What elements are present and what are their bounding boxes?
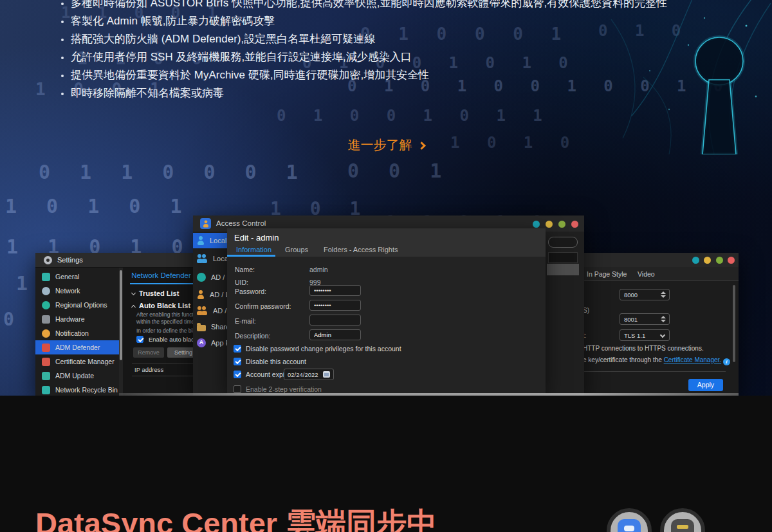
black-list-description-2: In order to define the bla — [136, 327, 196, 335]
spinner-arrows-icon[interactable] — [661, 316, 666, 322]
security-feature-list: 多種即時備份如 ASUSTOR Btrfs 快照中心功能,提供高效率快照,並能即… — [59, 0, 722, 102]
hero-security-section: 1 1 0 0 10 1 0 0 0 10 1 01 1 0 00 1 0 0 … — [0, 0, 772, 396]
window-dot-yellow[interactable] — [546, 221, 553, 228]
settings-window: Settings General Network Regional Option… — [35, 253, 199, 396]
section-label: Auto Black List — [139, 302, 190, 309]
https-port-spinner[interactable]: 8001 — [620, 313, 670, 325]
window-dot-green[interactable] — [558, 221, 565, 228]
sidebar-item-certificate-manager[interactable]: Certificate Manager — [35, 354, 119, 369]
uid-label: UID: — [235, 279, 248, 286]
page: 1 1 0 0 10 1 0 0 0 10 1 01 1 0 00 1 0 0 … — [0, 0, 772, 532]
confirm-password-field[interactable] — [309, 300, 361, 311]
remove-button[interactable]: Remove — [133, 347, 164, 358]
certificate-manager-icon — [42, 358, 50, 366]
sidebar-item-label: Regional Options — [55, 301, 107, 309]
sidebar-item-adm-defender[interactable]: ADM Defender — [35, 340, 119, 354]
calendar-icon[interactable] — [323, 371, 330, 378]
tab-video[interactable]: Video — [638, 270, 655, 278]
password-field[interactable] — [309, 285, 361, 296]
http-port-value: 8000 — [624, 291, 638, 298]
apply-button[interactable]: Apply — [688, 379, 723, 391]
name-value: admin — [309, 266, 328, 273]
feature-bullet: 搭配強大的防火牆 (ADM Defender),設定黑白名單杜絕可疑連線 — [71, 30, 722, 48]
gear-icon — [44, 256, 52, 264]
trusted-list-section[interactable]: Trusted List — [132, 289, 179, 297]
disable-account-row: Disable this account — [234, 358, 306, 365]
ad-user-icon — [197, 290, 205, 299]
tab-folders-access-rights[interactable]: Folders - Access Rights — [324, 246, 398, 253]
domain-icon — [197, 273, 206, 282]
sidebar-item-label: ADM Defender — [55, 344, 100, 351]
ip-address-column-header: IP address — [132, 363, 199, 376]
edit-dialog-header: Edit - admin Information Groups Folders … — [227, 228, 546, 257]
email-field[interactable] — [309, 315, 361, 326]
settings-titlebar: Settings — [35, 253, 199, 268]
info-icon[interactable]: i — [723, 358, 730, 365]
spinner-arrows-icon[interactable] — [661, 291, 666, 298]
sidebar-item-network-recycle-bin[interactable]: Network Recycle Bin — [35, 383, 119, 396]
sidebar-item-label: Network — [55, 287, 80, 295]
https-port-value: 8001 — [624, 316, 638, 323]
sidebar-item-label: Certificate Manager — [55, 358, 115, 365]
tab-information[interactable]: Information — [236, 246, 271, 253]
sidebar-item-general[interactable]: General — [35, 270, 119, 284]
chevron-right-icon — [418, 142, 426, 150]
sidebar-item-hardware[interactable]: Hardware — [35, 312, 119, 326]
tls-version-dropdown[interactable]: TLS 1.1 — [620, 329, 670, 341]
disable-account-checkbox[interactable] — [234, 358, 241, 365]
window-dot-teal[interactable] — [533, 221, 540, 228]
chevron-down-icon — [660, 333, 665, 338]
network-defender-tab[interactable]: Network Defender — [123, 271, 199, 279]
list-panel — [548, 252, 578, 263]
search-input[interactable] — [548, 237, 578, 248]
auto-black-list-section[interactable]: Auto Black List — [132, 302, 190, 309]
disable-password-change-checkbox[interactable] — [234, 345, 241, 353]
checkbox-label: Disable password change privileges for t… — [246, 345, 401, 353]
feature-bullet: 即時移除隔離不知名檔案或病毒 — [71, 84, 722, 102]
http-port-spinner[interactable]: 8000 — [620, 289, 670, 300]
window-dot-green[interactable] — [716, 257, 723, 264]
access-control-right-panel — [546, 232, 584, 396]
checkbox-label: Disable this account — [246, 358, 306, 365]
network-icon — [42, 287, 50, 295]
two-step-verification-checkbox[interactable] — [234, 385, 241, 393]
settings-window-title: Settings — [57, 256, 83, 264]
password-label: Password: — [235, 288, 266, 295]
window-dot-red[interactable] — [728, 257, 735, 264]
sidebar-item-label: General — [55, 273, 79, 280]
two-step-verification-row: Enable 2-step verification — [234, 385, 322, 393]
general-icon — [42, 273, 50, 281]
sidebar-item-label: Network Recycle Bin — [55, 386, 118, 394]
edit-admin-dialog: Edit - admin Information Groups Folders … — [227, 228, 546, 394]
access-control-title: Access Control — [216, 219, 266, 227]
disable-password-change-row: Disable password change privileges for t… — [234, 345, 401, 353]
tls-version-value: TLS 1.1 — [624, 332, 645, 339]
sidebar-item-regional-options[interactable]: Regional Options — [35, 298, 119, 312]
sidebar-item-network[interactable]: Network — [35, 284, 119, 298]
certificate-manager-link[interactable]: Certificate Manager. — [664, 356, 722, 363]
account-expiration-checkbox[interactable] — [234, 371, 241, 378]
web-window-scrollbar[interactable] — [733, 285, 735, 362]
cloud-app-badge-1[interactable] — [607, 508, 652, 532]
cloud-app-badge-2[interactable] — [660, 508, 705, 532]
window-dot-red[interactable] — [571, 221, 578, 228]
tab-groups[interactable]: Groups — [285, 246, 308, 253]
enable-auto-black-list-checkbox[interactable] — [136, 336, 143, 343]
tab-in-page-style[interactable]: In Page Style — [587, 270, 627, 278]
learn-more-link[interactable]: 進一步了解 — [348, 136, 425, 154]
access-control-window: Access Control Local Us Local Gr AD / LD… — [193, 216, 584, 396]
window-dot-teal[interactable] — [692, 257, 699, 264]
feature-bullet: 多種即時備份如 ASUSTOR Btrfs 快照中心功能,提供高效率快照,並能即… — [71, 0, 722, 12]
sidebar-item-label: Notification — [55, 329, 89, 337]
expiration-date-value: 02/24/2022 — [288, 371, 318, 378]
regional-options-icon — [42, 301, 50, 309]
description-field[interactable] — [309, 329, 361, 340]
active-tab-underline — [130, 283, 199, 284]
sidebar-item-notification[interactable]: Notification — [35, 326, 119, 340]
scrollbar-thumb[interactable] — [120, 270, 122, 360]
expiration-date-picker[interactable]: 02/24/2022 — [284, 369, 334, 380]
settings-content: Network Defender Trusted List Auto Black… — [123, 268, 199, 396]
window-dot-yellow[interactable] — [704, 257, 711, 264]
sidebar-item-adm-update[interactable]: ADM Update — [35, 369, 119, 383]
app-privileges-icon: A — [197, 338, 206, 347]
